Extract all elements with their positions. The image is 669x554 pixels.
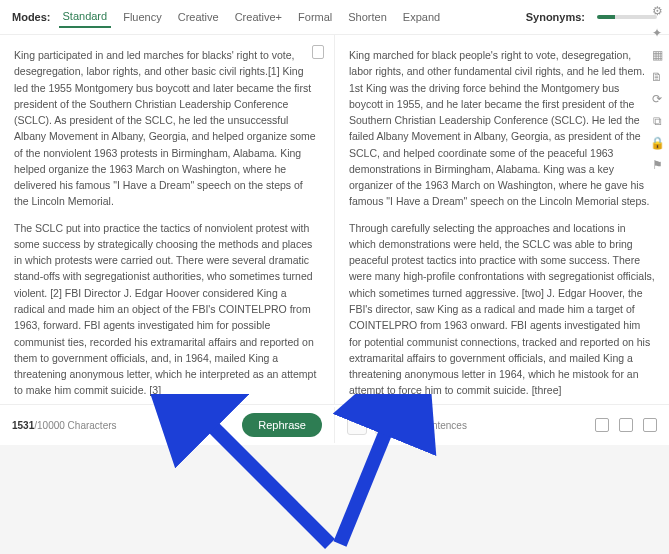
stats-icon[interactable] [595, 418, 609, 432]
doc-icon[interactable]: 🗎 [650, 70, 664, 84]
right-rail: ⚙ ✦ ▦ 🗎 ⟳ ⧉ 🔒 ⚑ [647, 4, 667, 172]
paste-icon[interactable] [312, 45, 324, 59]
refresh-icon[interactable]: ⟳ [650, 92, 664, 106]
feedback-icon[interactable]: ✦ [650, 26, 664, 40]
mode-standard[interactable]: Standard [59, 6, 112, 28]
toolbar: Modes: Standard Fluency Creative Creativ… [0, 0, 669, 35]
mode-creativeplus[interactable]: Creative+ [231, 7, 286, 27]
next-sentence-button[interactable]: ˅ [375, 415, 395, 435]
mode-formal[interactable]: Formal [294, 7, 336, 27]
output-pane: King marched for black people's right to… [335, 35, 669, 404]
footer: 1531/10000 Characters Rephrase ˄ ˅ 1/7 S… [0, 404, 669, 445]
flag-icon[interactable]: ⚑ [650, 158, 664, 172]
synonyms-label: Synonyms: [526, 11, 585, 23]
input-pane[interactable]: King participated in and led marches for… [0, 35, 335, 404]
lock-icon[interactable]: 🔒 [650, 136, 664, 150]
mode-creative[interactable]: Creative [174, 7, 223, 27]
char-count-current: 1531 [12, 420, 34, 431]
app-frame: Modes: Standard Fluency Creative Creativ… [0, 0, 669, 445]
history-icon[interactable]: ⧉ [650, 114, 664, 128]
footer-left: 1531/10000 Characters Rephrase [0, 405, 334, 445]
rephrase-button[interactable]: Rephrase [242, 413, 322, 437]
output-para-2: Through carefully selecting the approach… [349, 220, 655, 399]
sentence-counter: 1/7 Sentences [403, 420, 467, 431]
mode-shorten[interactable]: Shorten [344, 7, 391, 27]
panes: King participated in and led marches for… [0, 35, 669, 404]
grid-icon[interactable]: ▦ [650, 48, 664, 62]
footer-right-icons [595, 418, 657, 432]
char-count-max: 10000 [37, 420, 65, 431]
modes-label: Modes: [12, 11, 51, 23]
prev-sentence-button[interactable]: ˄ [347, 415, 367, 435]
mode-fluency[interactable]: Fluency [119, 7, 166, 27]
output-para-1: King marched for black people's right to… [349, 47, 655, 210]
input-para-2: The SCLC put into practice the tactics o… [14, 220, 320, 399]
char-count: 1531/10000 Characters [12, 420, 117, 431]
footer-right: ˄ ˅ 1/7 Sentences [334, 407, 669, 443]
input-para-1: King participated in and led marches for… [14, 47, 320, 210]
mode-expand[interactable]: Expand [399, 7, 444, 27]
gear-icon[interactable]: ⚙ [650, 4, 664, 18]
export-icon[interactable] [619, 418, 633, 432]
char-count-unit: Characters [65, 420, 117, 431]
copy-icon[interactable] [643, 418, 657, 432]
